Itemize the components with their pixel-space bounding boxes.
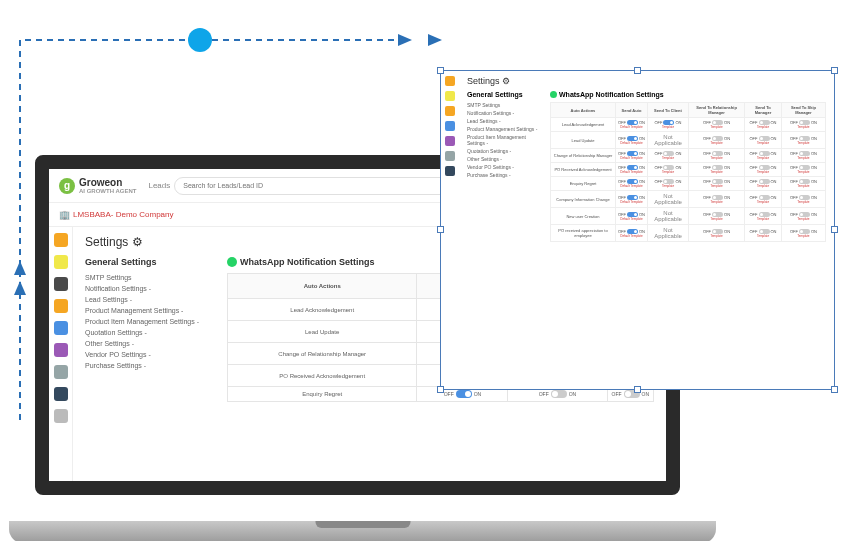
sidebar-item[interactable]: SMTP Settings (85, 272, 215, 283)
rail-icon[interactable] (54, 387, 68, 401)
float-page-title: Settings ⚙ (467, 76, 826, 86)
logo-icon: g (59, 178, 75, 194)
float-settings-table: Auto Actions Send Auto Send To Client Se… (550, 102, 826, 242)
rail-icon[interactable] (445, 136, 455, 146)
resize-handle[interactable] (437, 67, 444, 74)
brand-tagline: AI GROWTH AGENT (79, 188, 136, 194)
table-row: New user CreationOFFONDefault TemplateNo… (551, 208, 826, 225)
sidebar-item[interactable]: Lead Settings - (467, 117, 542, 125)
rail-icon[interactable] (54, 299, 68, 313)
rail-icon[interactable] (445, 106, 455, 116)
resize-handle[interactable] (634, 386, 641, 393)
company-name: LMSBABA- Demo Company (73, 210, 173, 219)
general-settings-heading: General Settings (85, 257, 215, 267)
resize-handle[interactable] (437, 226, 444, 233)
sidebar-item[interactable]: Notification Settings - (85, 283, 215, 294)
sidebar-item[interactable]: Product Management Settings - (467, 125, 542, 133)
laptop-base (9, 521, 716, 541)
brand-name: Groweon (79, 177, 122, 188)
rail-icon[interactable] (54, 277, 68, 291)
rail-icon[interactable] (54, 365, 68, 379)
svg-point-0 (188, 28, 212, 52)
sidebar-item[interactable]: Purchase Settings - (467, 171, 542, 179)
table-row: Lead UpdateOFFONDefault TemplateNot Appl… (551, 132, 826, 149)
rail-icon[interactable] (445, 166, 455, 176)
rail-icon[interactable] (54, 321, 68, 335)
sidebar-item[interactable]: Quotation Settings - (85, 327, 215, 338)
table-row: Change of Relationship ManagerOFFONDefau… (551, 149, 826, 163)
resize-handle[interactable] (831, 67, 838, 74)
settings-sidebar: General Settings SMTP Settings Notificat… (85, 257, 215, 402)
sidebar-item[interactable]: Product Item Management Settings - (85, 316, 215, 327)
sidebar-item[interactable]: Quotation Settings - (467, 147, 542, 155)
toggle[interactable]: OFFON (444, 390, 482, 398)
resize-handle[interactable] (831, 386, 838, 393)
table-row: Company Information ChangeOFFONDefault T… (551, 191, 826, 208)
float-whatsapp-heading: WhatsApp Notification Settings (550, 91, 826, 98)
rail-icon[interactable] (445, 76, 455, 86)
sidebar-item[interactable]: SMTP Settings (467, 101, 542, 109)
sidebar-item[interactable]: Notification Settings - (467, 109, 542, 117)
whatsapp-icon (550, 91, 557, 98)
table-row: PO received appreciation to employeeOFFO… (551, 225, 826, 242)
sidebar-item[interactable]: Other Settings - (467, 155, 542, 163)
table-row: Enquiry RegretOFFONDefault TemplateOFFON… (551, 177, 826, 191)
whatsapp-icon (227, 257, 237, 267)
brand-logo: g Groweon AI GROWTH AGENT (59, 177, 136, 194)
rail-icon[interactable] (54, 233, 68, 247)
sidebar-item[interactable]: Product Item Management Settings - (467, 133, 542, 147)
col-header: Auto Actions (228, 274, 417, 299)
rail-icon[interactable] (54, 343, 68, 357)
float-sidebar: General Settings SMTP Settings Notificat… (467, 91, 542, 242)
toggle[interactable]: OFFON (539, 390, 577, 398)
rail-icon[interactable] (445, 151, 455, 161)
resize-handle[interactable] (437, 386, 444, 393)
rail-icon[interactable] (445, 91, 455, 101)
row-label: Enquiry Regret (228, 387, 417, 402)
company-icon: 🏢 (59, 210, 70, 220)
rail-icon[interactable] (54, 409, 68, 423)
row-label: Lead Acknowledgement (228, 299, 417, 321)
float-main: WhatsApp Notification Settings Auto Acti… (550, 91, 826, 242)
left-rail (49, 227, 73, 481)
row-label: Lead Update (228, 321, 417, 343)
table-row: Lead AcknowledgementOFFONDefault Templat… (551, 118, 826, 132)
sidebar-item[interactable]: Vendor PO Settings - (85, 349, 215, 360)
floating-window[interactable]: Settings ⚙ General Settings SMTP Setting… (440, 70, 835, 390)
table-row: PO Received AcknowledgementOFFONDefault … (551, 163, 826, 177)
toggle[interactable]: OFFON (612, 390, 650, 398)
rail-icon[interactable] (54, 255, 68, 269)
row-label: Change of Relationship Manager (228, 343, 417, 365)
sidebar-item[interactable]: Lead Settings - (85, 294, 215, 305)
resize-handle[interactable] (831, 226, 838, 233)
gear-icon: ⚙ (132, 235, 143, 249)
sidebar-item[interactable]: Purchase Settings - (85, 360, 215, 371)
search-label: Leads (148, 181, 170, 190)
sidebar-item[interactable]: Other Settings - (85, 338, 215, 349)
sidebar-item[interactable]: Product Management Settings - (85, 305, 215, 316)
float-general-heading: General Settings (467, 91, 542, 98)
row-label: PO Received Acknowledgement (228, 365, 417, 387)
rail-icon[interactable] (445, 121, 455, 131)
sidebar-item[interactable]: Vendor PO Settings - (467, 163, 542, 171)
float-content: Settings ⚙ General Settings SMTP Setting… (459, 71, 834, 389)
resize-handle[interactable] (634, 67, 641, 74)
